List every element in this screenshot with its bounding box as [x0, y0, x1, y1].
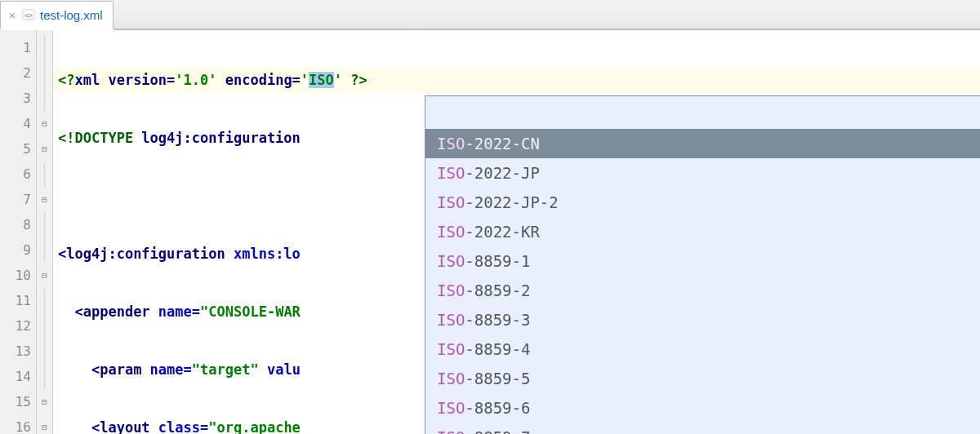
tag-name: param [100, 361, 141, 378]
line-number: 13 [0, 339, 36, 364]
fold-guide [37, 86, 52, 111]
completion-match-prefix: ISO [437, 281, 465, 299]
completion-match-prefix: ISO [437, 340, 465, 358]
line-number: 14 [0, 364, 36, 389]
completion-suffix: -8859-1 [465, 252, 530, 270]
completion-suffix: -2022-KR [465, 223, 540, 241]
completion-item[interactable]: ISO-2022-JP-2 [425, 188, 980, 217]
fold-toggle-icon[interactable] [37, 136, 52, 162]
line-number: 16 [0, 414, 36, 434]
line-number: 3 [0, 86, 36, 111]
line-number: 15 [0, 389, 36, 414]
completion-match-prefix: ISO [437, 311, 465, 329]
xml-pi-close: ?> [342, 72, 368, 88]
completion-match-prefix: ISO [437, 223, 465, 241]
tag-open: < [58, 303, 83, 320]
attr: valu [259, 361, 301, 378]
svg-text:<>: <> [24, 12, 33, 20]
completion-suffix: -2022-JP [465, 164, 540, 182]
completion-item[interactable]: ISO-8859-7 [425, 423, 980, 434]
completion-popup[interactable]: ISO-2022-CNISO-2022-JPISO-2022-JP-2ISO-2… [425, 95, 980, 434]
completion-item[interactable]: ISO-2022-KR [425, 217, 980, 246]
completion-suffix: -8859-5 [465, 370, 530, 388]
completion-match-prefix: ISO [437, 428, 465, 434]
fold-toggle-icon[interactable] [37, 187, 52, 212]
string-quote: ' [334, 72, 342, 88]
attr-value: "target" [192, 361, 259, 378]
completion-item[interactable]: ISO-8859-3 [425, 305, 980, 334]
tag-name: layout [100, 419, 149, 434]
completion-suffix: -8859-4 [465, 340, 530, 358]
close-icon[interactable]: × [7, 8, 17, 22]
completion-match-prefix: ISO [437, 135, 465, 153]
tab-bar: × <> test-log.xml [0, 0, 980, 30]
fold-guide [37, 212, 52, 237]
completion-list[interactable]: ISO-2022-CNISO-2022-JPISO-2022-JP-2ISO-2… [425, 129, 980, 434]
completion-item[interactable]: ISO-2022-CN [425, 129, 980, 158]
line-number: 5 [0, 136, 36, 162]
fold-toggle-icon[interactable] [37, 414, 52, 434]
completion-suffix: -8859-2 [465, 281, 530, 299]
completion-suffix: -2022-JP-2 [465, 193, 558, 211]
encoding-keyword: encoding= [217, 72, 301, 88]
editor-tab[interactable]: × <> test-log.xml [0, 1, 114, 30]
completion-match-prefix: ISO [437, 370, 465, 388]
line-number: 9 [0, 237, 36, 263]
completion-item[interactable]: ISO-8859-6 [425, 393, 980, 423]
line-number: 8 [0, 212, 36, 237]
fold-guide [37, 339, 52, 364]
line-number: 4 [0, 111, 36, 136]
line-number: 7 [0, 187, 36, 212]
line-number: 12 [0, 313, 36, 339]
line-number: 11 [0, 288, 36, 313]
attr: xmlns:lo [225, 246, 301, 262]
code-line[interactable]: <?xml version='1.0' encoding='ISO' ?> [53, 68, 980, 93]
tag-open: < [58, 361, 100, 378]
fold-toggle-icon[interactable] [37, 111, 52, 136]
fold-guide [37, 313, 52, 339]
completion-item[interactable]: ISO-8859-5 [425, 364, 980, 393]
fold-guide [37, 162, 52, 187]
fold-guide [37, 364, 52, 389]
completion-item[interactable]: ISO-8859-1 [425, 246, 980, 276]
line-number: 6 [0, 162, 36, 187]
fold-guide [37, 60, 52, 86]
fold-gutter [37, 30, 53, 434]
fold-toggle-icon[interactable] [37, 389, 52, 414]
completion-match-prefix: ISO [437, 193, 465, 211]
completion-item[interactable]: ISO-8859-2 [425, 276, 980, 305]
editor: 12345678910111213141516 <?xml version='1… [0, 30, 980, 434]
fold-guide [37, 288, 52, 313]
xml-decl: xml version= [74, 72, 175, 88]
tag-open: < [58, 246, 66, 262]
completion-item[interactable]: ISO-2022-JP [425, 158, 980, 188]
completion-suffix: -8859-3 [465, 311, 530, 329]
doctype-name: log4j:configuration [141, 130, 300, 146]
string-quote: ' [301, 72, 309, 88]
attr-value: "CONSOLE-WAR [200, 303, 301, 320]
attr: class= [150, 419, 209, 434]
encoding-typed-value: ISO [309, 72, 334, 88]
tag-name: log4j:configuration [66, 246, 225, 262]
fold-toggle-icon[interactable] [37, 263, 52, 288]
code-area[interactable]: <?xml version='1.0' encoding='ISO' ?> <!… [53, 30, 980, 434]
line-number: 1 [0, 35, 36, 60]
tab-bar-filler [114, 0, 980, 29]
completion-match-prefix: ISO [437, 399, 465, 417]
attr: name= [150, 303, 200, 320]
attr: name= [141, 361, 191, 378]
line-number: 2 [0, 60, 36, 86]
completion-match-prefix: ISO [437, 252, 465, 270]
attr-value: "org.apache [208, 419, 301, 434]
completion-match-prefix: ISO [437, 164, 465, 182]
doctype-open: <!DOCTYPE [58, 130, 141, 146]
completion-suffix: -8859-6 [465, 399, 530, 417]
xml-pi-open: <? [58, 72, 74, 88]
completion-suffix: -2022-CN [465, 135, 540, 153]
xml-version-value: '1.0' [175, 72, 216, 88]
fold-guide [37, 35, 52, 60]
tag-name: appender [83, 303, 150, 320]
line-number: 10 [0, 263, 36, 288]
completion-item[interactable]: ISO-8859-4 [425, 334, 980, 364]
fold-guide [37, 237, 52, 263]
